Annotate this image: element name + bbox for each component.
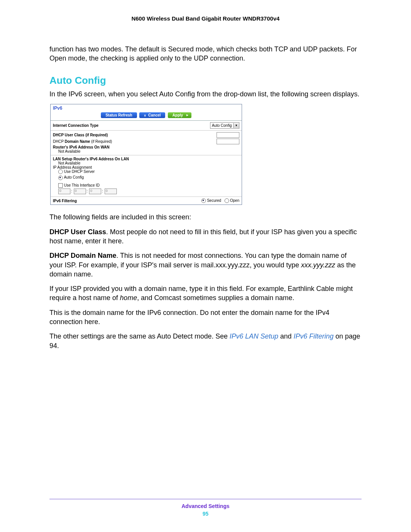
chevron-down-icon: ▼ (233, 123, 239, 128)
lan-setup-section: LAN Setup Router's IPv6 Address On LAN N… (51, 155, 242, 197)
other-settings-note: The other settings are the same as Auto … (49, 332, 362, 350)
dhcp-domain-name-input[interactable] (217, 139, 239, 144)
cancel-button[interactable]: xCancel (139, 112, 165, 118)
dhcp-user-class-description: DHCP User Class. Most people do not need… (49, 227, 362, 246)
filtering-open-label: Open (230, 198, 239, 203)
use-interface-id-label: Use This Interface ID (64, 183, 100, 187)
dhcp-domain-description: DHCP Domain Name. This is not needed for… (49, 251, 362, 279)
filtering-secured-option[interactable]: Secured (201, 198, 221, 203)
radio-icon (58, 169, 63, 174)
panel-title: IPv6 (51, 104, 242, 112)
apply-button[interactable]: Apply▸ (168, 112, 191, 118)
isp-domain-note: If your ISP provided you with a domain n… (49, 284, 362, 303)
fields-intro: The following fields are included in thi… (49, 212, 362, 222)
internet-connection-type-row: Internet Connection Type Auto Config ▼ (51, 121, 242, 131)
ipv6-filtering-link[interactable]: IPv6 Filtering (293, 332, 333, 340)
document-title: N600 Wireless Dual Band Gigabit Router W… (49, 15, 362, 22)
section-heading-auto-config: Auto Config (49, 75, 362, 86)
connection-type-value: Auto Config (210, 123, 233, 128)
ipv6-filtering-label: IPv6 Filtering (53, 199, 77, 203)
ip-assign-option-auto-label: Auto Config (64, 175, 84, 179)
ipv6-only-note: This is the domain name for the IPv6 con… (49, 308, 362, 327)
apply-button-label: Apply (172, 113, 183, 117)
close-icon: x (144, 113, 146, 117)
lan-addr-value: Not Available (58, 161, 239, 165)
dhcp-user-class-input[interactable] (217, 132, 239, 138)
ip-assign-option-dhcp-label: Use DHCP Server (64, 169, 95, 174)
dhcp-domain-name-label: DHCP Domain Name (if Required) (53, 139, 112, 144)
wan-addr-label: Router's IPv6 Address On WAN (53, 145, 110, 149)
iface-input-2[interactable]: 0 (74, 189, 86, 194)
use-interface-id-option[interactable]: Use This Interface ID (58, 183, 239, 188)
interface-id-inputs: 0: 0: 0: 0 (58, 189, 239, 194)
connection-type-label: Internet Connection Type (53, 123, 99, 128)
footer-page-number: 95 (49, 511, 362, 517)
filtering-secured-label: Secured (207, 198, 221, 203)
radio-icon (58, 176, 63, 180)
lan-setup-label: LAN Setup (53, 157, 72, 161)
dhcp-section: DHCP User Class (if Required) DHCP Domai… (51, 131, 242, 155)
checkbox-icon (58, 183, 63, 188)
page-footer: Advanced Settings 95 (49, 499, 362, 517)
ipv6-settings-panel: IPv6 Status Refresh xCancel Apply▸ Inter… (50, 104, 242, 205)
ip-assign-option-auto[interactable]: Auto Config (58, 175, 239, 180)
dhcp-user-class-label: DHCP User Class (if Required) (53, 133, 108, 137)
radio-icon (201, 198, 206, 203)
ipv6-lan-setup-link[interactable]: IPv6 LAN Setup (229, 332, 278, 340)
ip-assign-option-dhcp[interactable]: Use DHCP Server (58, 169, 239, 174)
radio-icon (225, 198, 229, 203)
iface-input-3[interactable]: 0 (89, 189, 101, 194)
panel-toolbar: Status Refresh xCancel Apply▸ (51, 112, 242, 121)
arrow-right-icon: ▸ (186, 113, 188, 117)
footer-section-title: Advanced Settings (49, 503, 362, 509)
status-refresh-button[interactable]: Status Refresh (101, 112, 137, 118)
wan-addr-value: Not Available (58, 149, 239, 153)
connection-type-dropdown[interactable]: Auto Config ▼ (210, 122, 239, 129)
lan-addr-label: Router's IPv6 Address On LAN (73, 157, 129, 161)
ip-assign-label: IP Address Assignment (53, 165, 92, 169)
intro-paragraph: function has two modes. The default is S… (49, 45, 362, 63)
ipv6-filtering-row: IPv6 Filtering Secured Open (51, 197, 242, 204)
filtering-open-option[interactable]: Open (225, 198, 239, 203)
cancel-button-label: Cancel (148, 113, 161, 117)
section-intro: In the IPv6 screen, when you select Auto… (49, 89, 362, 99)
iface-input-4[interactable]: 0 (105, 189, 117, 194)
iface-input-1[interactable]: 0 (58, 189, 70, 194)
